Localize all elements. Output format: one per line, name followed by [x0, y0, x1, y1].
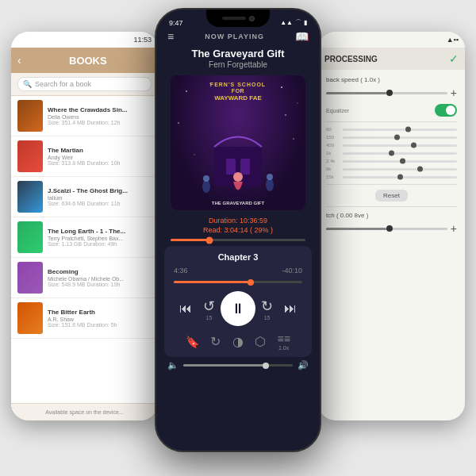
book-info-1: The Martian Andy Weir Size: 313.8 MB Dur…	[48, 147, 152, 166]
playback-slider[interactable]	[326, 92, 447, 94]
bookmark-button[interactable]: 🔖	[186, 336, 199, 348]
read-info: Read: 3:04:14 ( 29% )	[156, 226, 320, 234]
pitch-slider[interactable]	[326, 228, 447, 230]
rewind-button[interactable]: ⏮	[174, 297, 198, 321]
loop-icon: ↻	[210, 334, 221, 349]
book-icon[interactable]: 📖	[295, 30, 309, 43]
check-icon[interactable]: ✓	[449, 52, 459, 65]
volume-row: 🔈 🔊	[156, 357, 320, 370]
rewind-icon: ⏮	[179, 301, 192, 316]
eq-band-slider-2[interactable]	[343, 144, 457, 147]
book-item-5[interactable]: The Bitter Earth A.R. Shaw Size: 151.6 M…	[11, 298, 158, 339]
back15-icon: ↺	[203, 298, 215, 315]
airplay-button[interactable]: ⬡	[255, 334, 266, 349]
equalizer-label: Equalizer	[326, 108, 349, 113]
book-author-4: Michele Obama / Michele Ob...	[48, 276, 152, 282]
reset-button[interactable]: Reset	[375, 190, 408, 202]
book-item-1[interactable]: The Martian Andy Weir Size: 313.8 MB Dur…	[11, 136, 158, 177]
forward-button[interactable]: ⏭	[278, 297, 302, 321]
status-icons: ▲▲ ⌒ ▮	[280, 18, 307, 27]
bottom-icons: 🔖 ↻ ◑ ⬡ ≡≡ 1.0x	[174, 332, 302, 351]
back15-button[interactable]: ↺ 15	[198, 297, 221, 321]
search-input[interactable]: 🔍 Search for a book	[17, 77, 152, 91]
bookmark-icon: 🔖	[186, 336, 199, 348]
duration-label: Duration: 10:36:59	[209, 217, 267, 225]
book-item-0[interactable]: Where the Crawdads Sin... Delia Owens Si…	[11, 96, 158, 136]
eq-band-slider-6[interactable]	[343, 176, 457, 178]
eq-band-slider-4[interactable]	[343, 160, 457, 163]
book-author-0: Delia Owens	[48, 114, 152, 120]
now-playing-header: ≡ NOW PLAYING 📖	[156, 29, 320, 46]
time-remaining: -40:10	[282, 267, 302, 274]
book-item-3[interactable]: The Long Earth - 1 - The... Terry Pratch…	[11, 217, 158, 258]
speed-label: 1.0x	[278, 345, 289, 351]
book-meta-1: Size: 313.8 MB Duration: 10h	[48, 160, 152, 166]
notch	[206, 10, 270, 27]
left-time: 11:53	[133, 36, 152, 44]
svg-point-14	[203, 175, 209, 182]
phone-left: 11:53 ‹ BOOKS 🔍 Search for a book Where …	[11, 32, 158, 420]
eq-band-slider-0[interactable]	[343, 129, 457, 131]
book-author-2: talium	[48, 195, 152, 201]
now-playing-label: NOW PLAYING	[205, 33, 264, 40]
volume-slider[interactable]	[183, 364, 293, 367]
menu-icon[interactable]: ≡	[167, 30, 174, 43]
eq-band-slider-5[interactable]	[343, 168, 457, 171]
loop-button[interactable]: ↻	[210, 334, 221, 349]
svg-rect-9	[226, 159, 236, 175]
eq-band-thumb-1	[394, 135, 400, 140]
forward-icon: ⏭	[284, 301, 297, 316]
eq-icon: ≡≡	[277, 332, 290, 345]
chapter-thumb	[248, 279, 254, 286]
vol-low-icon: 🔈	[167, 360, 178, 370]
progress-fill	[171, 239, 209, 241]
eq-band-slider-1[interactable]	[343, 136, 457, 139]
chapter-fill	[174, 281, 251, 283]
book-meta-5: Size: 151.6 MB Duration: 5h	[48, 322, 152, 328]
battery-icon-c: ▮	[304, 19, 307, 26]
book-author-1: Andy Weir	[48, 155, 152, 160]
signal-icon: ▲▲	[280, 19, 293, 26]
svg-point-16	[267, 174, 273, 180]
chapter-slider[interactable]	[174, 281, 302, 283]
chapter-label: Chapter 3	[174, 252, 302, 262]
svg-point-13	[202, 180, 210, 193]
book-item-2[interactable]: J.Scalzi - The Ghost Brig... talium Size…	[11, 177, 158, 217]
book-title-4: Becoming	[48, 268, 152, 276]
search-icon: 🔍	[23, 80, 32, 88]
eq-band-slider-3[interactable]	[343, 152, 457, 155]
svg-point-12	[233, 172, 243, 182]
book-title-0: Where the Crawdads Sin...	[48, 106, 152, 114]
book-thumb-2	[17, 181, 43, 213]
book-meta-4: Size: 548.9 MB Duration: 19h	[48, 282, 152, 287]
overall-progress[interactable]	[156, 239, 320, 241]
pitch-plus[interactable]: +	[451, 222, 457, 235]
playback-plus[interactable]: +	[451, 86, 457, 99]
eq-band-row-4: 2.4k	[326, 159, 457, 163]
eq-band-row-3: 1k	[326, 151, 457, 155]
art-title-top: FERN'S SCHOOL	[171, 82, 305, 87]
book-title-1: The Martian	[48, 147, 152, 155]
equalizer-toggle[interactable]	[435, 104, 457, 117]
progress-track[interactable]	[171, 239, 305, 241]
book-meta-0: Size: 351.4 MB Duration: 12h	[48, 120, 152, 125]
book-info-0: Where the Crawdads Sin... Delia Owens Si…	[48, 106, 152, 125]
book-info-3: The Long Earth - 1 - The... Terry Pratch…	[48, 228, 152, 247]
book-item-4[interactable]: Becoming Michele Obama / Michele Ob... S…	[11, 258, 158, 298]
back-button[interactable]: ‹	[17, 54, 21, 67]
svg-point-15	[266, 178, 274, 191]
pause-button[interactable]: ⏸	[221, 291, 255, 326]
sleep-button[interactable]: ◑	[232, 334, 244, 349]
vol-high-icon: 🔊	[298, 360, 309, 370]
eq-band-thumb-3	[389, 151, 394, 156]
eq-button[interactable]: ≡≡ 1.0x	[277, 332, 290, 351]
eq-band-row-5: 6k	[326, 167, 457, 171]
eq-band-label-5: 6k	[326, 167, 340, 171]
eq-band-label-6: 15k	[326, 175, 340, 179]
book-author-5: A.R. Shaw	[48, 317, 152, 322]
notch-speaker	[222, 17, 246, 20]
book-thumb-4	[17, 262, 43, 294]
forward15-button[interactable]: ↻ 15	[255, 297, 279, 321]
search-bar: 🔍 Search for a book	[11, 73, 158, 96]
art-line2: FOR	[171, 88, 305, 94]
